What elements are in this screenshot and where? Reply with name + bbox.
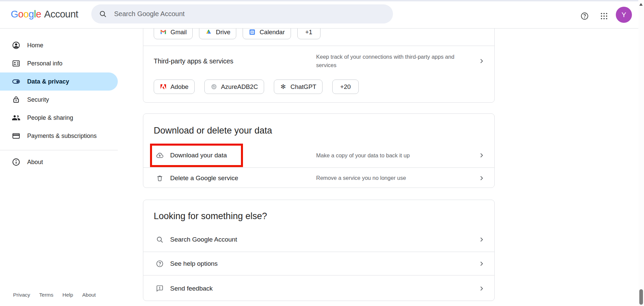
payments-card-icon: [12, 132, 20, 140]
chevron-right-icon: [478, 174, 486, 182]
chip-label: +20: [340, 83, 351, 91]
logo-letter: o: [18, 9, 23, 19]
vertical-scrollbar[interactable]: [638, 0, 644, 306]
google-account-logo[interactable]: GoogleAccount: [11, 9, 78, 20]
card-title: Download or delete your data: [154, 124, 272, 137]
chip-adobe[interactable]: Adobe: [154, 80, 195, 94]
app-header: GoogleAccount Y: [0, 1, 644, 29]
calendar-icon: 31: [249, 29, 256, 36]
chevron-right-icon: [478, 236, 486, 244]
chip-label: Adobe: [170, 83, 189, 91]
adobe-icon: [160, 83, 167, 90]
sidebar-item-home[interactable]: Home: [0, 36, 118, 54]
chip-label: +1: [305, 29, 312, 36]
account-sidebar: Home Personal info Data & privacy Securi…: [0, 29, 118, 171]
row-download-your-data[interactable]: Download your data Make a copy of your d…: [143, 143, 494, 167]
row-third-party-apps[interactable]: Third-party apps & services Keep track o…: [143, 46, 494, 76]
logo-letter: o: [23, 9, 29, 19]
row-label: Search Google Account: [170, 236, 237, 243]
sidebar-item-label: About: [27, 159, 43, 166]
chip-label: ChatGPT: [291, 83, 316, 91]
people-sharing-icon: [12, 113, 20, 122]
trash-icon: [156, 174, 164, 182]
account-search-bar[interactable]: [91, 4, 393, 23]
row-description: Keep track of your connections with thir…: [316, 53, 465, 69]
chevron-right-icon: [478, 57, 486, 65]
sidebar-item-about[interactable]: About: [0, 153, 118, 171]
chip-more-third-party[interactable]: +20: [332, 80, 359, 94]
scrollbar-thumb[interactable]: [639, 289, 643, 305]
chevron-right-icon: [478, 260, 486, 268]
chip-label: Gmail: [170, 29, 187, 36]
card-title: Looking for something else?: [154, 210, 267, 222]
sidebar-item-security[interactable]: Security: [0, 91, 118, 109]
sidebar-item-data-privacy[interactable]: Data & privacy: [0, 72, 118, 91]
sidebar-item-label: Payments & subscriptions: [27, 133, 97, 140]
row-delete-google-service[interactable]: Delete a Google service Remove a service…: [143, 167, 494, 188]
footer-links: Privacy Terms Help About: [13, 292, 96, 298]
azureadb2c-icon: [210, 83, 217, 90]
svg-text:31: 31: [251, 31, 254, 33]
row-description: Make a copy of your data to back it up: [316, 151, 465, 160]
third-party-chips: Adobe AzureADB2C ✻ ChatGPT +20: [154, 80, 359, 94]
chip-chatgpt[interactable]: ✻ ChatGPT: [274, 80, 323, 94]
sidebar-item-label: People & sharing: [27, 114, 73, 121]
row-label: Send feedback: [170, 285, 213, 292]
logo-letter: g: [29, 9, 34, 19]
data-privacy-toggle-icon: [12, 77, 20, 86]
row-see-help-options[interactable]: See help options: [143, 252, 494, 275]
cloud-download-icon: [156, 151, 164, 159]
chip-label: Calendar: [259, 29, 285, 36]
sidebar-item-people-sharing[interactable]: People & sharing: [0, 109, 118, 127]
home-account-circle-icon: [12, 41, 20, 50]
row-search-google-account[interactable]: Search Google Account: [143, 227, 494, 252]
footer-link-about[interactable]: About: [82, 292, 96, 298]
row-label: Download your data: [170, 152, 227, 159]
chevron-right-icon: [478, 285, 486, 293]
logo-product: Account: [44, 9, 78, 19]
sidebar-item-label: Security: [27, 96, 49, 103]
sidebar-item-personal-info[interactable]: Personal info: [0, 54, 118, 72]
search-icon: [99, 10, 107, 18]
sidebar-item-label: Personal info: [27, 60, 62, 67]
footer-link-privacy[interactable]: Privacy: [13, 292, 30, 298]
search-icon: [156, 236, 164, 244]
sidebar-item-label: Data & privacy: [27, 78, 69, 85]
looking-for-card: Looking for something else? Search Googl…: [143, 200, 495, 301]
logo-letter: G: [11, 9, 18, 19]
search-input[interactable]: [113, 10, 370, 18]
chatgpt-icon: ✻: [280, 83, 287, 90]
feedback-icon: [156, 285, 164, 293]
footer-link-help[interactable]: Help: [62, 292, 73, 298]
google-apps-grid-icon[interactable]: [598, 10, 610, 22]
info-icon: [12, 158, 20, 166]
logo-letter: e: [36, 9, 41, 19]
sidebar-divider: [0, 150, 118, 150]
personal-info-badge-icon: [12, 59, 20, 68]
row-send-feedback[interactable]: Send feedback: [143, 275, 494, 301]
help-icon[interactable]: [579, 10, 591, 22]
security-lock-icon: [12, 95, 20, 104]
gmail-icon: [160, 29, 167, 36]
sidebar-item-label: Home: [27, 42, 43, 49]
scrollbar-up-arrow[interactable]: [639, 3, 643, 6]
sidebar-item-payments[interactable]: Payments & subscriptions: [0, 127, 118, 145]
row-label: Third-party apps & services: [154, 57, 233, 65]
account-avatar[interactable]: Y: [616, 7, 632, 23]
footer-link-terms[interactable]: Terms: [39, 292, 53, 298]
chip-label: Drive: [216, 29, 230, 36]
drive-icon: [205, 29, 212, 36]
chip-label: AzureADB2C: [221, 83, 258, 91]
chip-azureadb2c[interactable]: AzureADB2C: [204, 80, 264, 94]
window-top-edge: [0, 0, 638, 1]
row-description: Remove a service you no longer use: [316, 174, 465, 182]
row-label: Delete a Google service: [170, 174, 238, 182]
row-label: See help options: [170, 260, 218, 267]
help-circle-icon: [156, 260, 164, 268]
download-delete-card: Download or delete your data Download yo…: [143, 113, 495, 188]
chevron-right-icon: [478, 151, 486, 159]
